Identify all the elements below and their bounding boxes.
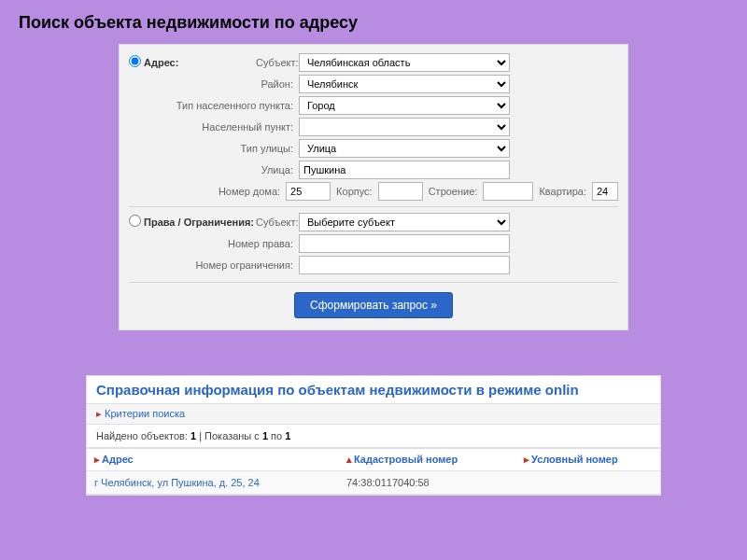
result-conditional — [516, 471, 656, 494]
building-input[interactable] — [483, 182, 533, 201]
house-input[interactable] — [286, 182, 331, 201]
col-conditional-header[interactable]: ▸Условный номер — [516, 449, 656, 470]
col-address-header[interactable]: ▸Адрес — [87, 449, 339, 470]
street-type-select[interactable]: Улица — [299, 139, 510, 158]
restriction-no-input[interactable] — [299, 256, 510, 274]
district-label: Район: — [144, 78, 299, 90]
restriction-no-label: Номер ограничения: — [144, 259, 299, 271]
flat-label: Квартира: — [533, 186, 592, 197]
search-form: Адрес: Субъект: Челябинская область Райо… — [119, 44, 628, 330]
caret-up-icon: ▴ — [346, 454, 352, 465]
table-row: г Челябинск, ул Пушкина, д. 25, 24 74:38… — [87, 471, 660, 495]
caret-right-icon: ▸ — [524, 454, 529, 465]
settlement-label: Населенный пункт: — [144, 121, 299, 133]
right-no-input[interactable] — [299, 234, 510, 253]
settlement-type-label: Тип населенного пункта: — [144, 100, 299, 111]
settlement-select[interactable] — [299, 118, 510, 136]
result-cadastral: 74:38:0117040:58 — [339, 471, 516, 494]
caret-right-icon: ▸ — [94, 454, 100, 465]
korpus-label: Корпус: — [331, 186, 378, 197]
results-header: ▸Адрес ▴Кадастровый номер ▸Условный номе… — [87, 448, 660, 471]
house-label: Номер дома: — [143, 186, 286, 197]
radio-rights[interactable] — [129, 215, 141, 227]
col-cadastral-header[interactable]: ▴Кадастровый номер — [339, 449, 516, 470]
criteria-toggle[interactable]: ▸ Критерии поиска — [87, 404, 660, 425]
results-title: Справочная информация по объектам недвиж… — [87, 376, 660, 404]
street-label: Улица: — [144, 164, 299, 175]
radio-rights-label: Права / Ограничения: — [144, 217, 256, 228]
radio-address[interactable] — [129, 55, 141, 67]
district-select[interactable]: Челябинск — [299, 75, 510, 93]
results-panel: Справочная информация по объектам недвиж… — [86, 375, 661, 496]
korpus-input[interactable] — [378, 182, 423, 201]
street-input[interactable] — [299, 161, 510, 179]
settlement-type-select[interactable]: Город — [299, 96, 510, 115]
radio-address-label: Адрес: — [144, 57, 256, 68]
caret-right-icon: ▸ — [96, 408, 102, 419]
flat-input[interactable] — [592, 182, 618, 201]
criteria-label: Критерии поиска — [105, 408, 185, 419]
submit-button[interactable]: Сформировать запрос » — [294, 292, 453, 318]
found-summary: Найдено объектов: 1 | Показаны с 1 по 1 — [87, 425, 660, 448]
page-title: Поиск объекта недвижимости по адресу — [0, 0, 747, 44]
subject-label: Субъект: — [256, 57, 299, 68]
rights-subject-label: Субъект: — [256, 217, 299, 228]
result-address-link[interactable]: г Челябинск, ул Пушкина, д. 25, 24 — [87, 471, 339, 494]
subject-select[interactable]: Челябинская область — [299, 53, 510, 72]
rights-subject-select[interactable]: Выберите субъект — [299, 213, 510, 231]
right-no-label: Номер права: — [144, 238, 299, 249]
street-type-label: Тип улицы: — [144, 143, 299, 154]
building-label: Строение: — [423, 186, 484, 197]
